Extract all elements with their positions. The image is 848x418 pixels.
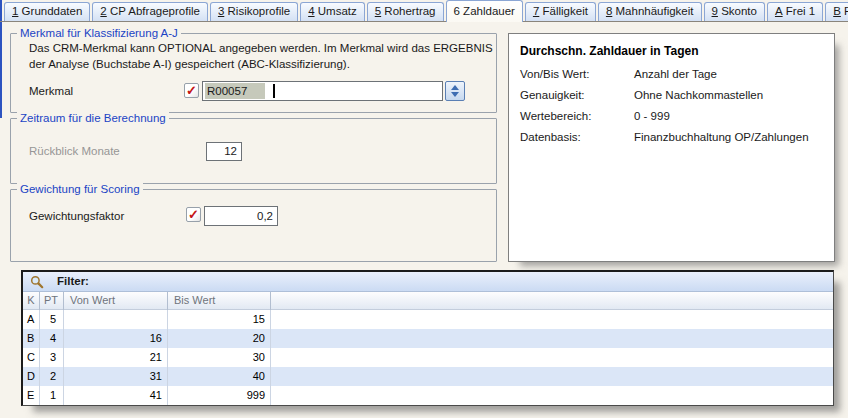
tab-label: Fälligkeit — [543, 5, 588, 17]
info-panel-title: Durchschn. Zahldauer in Tagen — [520, 44, 698, 58]
merkmal-description-line2: der Analyse (Buchstabe A-I) gespeichert … — [29, 58, 350, 70]
spinner-down-icon[interactable] — [451, 92, 459, 97]
tab-label: Umsatz — [318, 5, 357, 17]
column-header-pt[interactable]: PT — [40, 292, 64, 310]
tab-zahldauer-active[interactable]: 6 Zahldauer — [446, 0, 523, 22]
cell-k: D — [23, 367, 40, 386]
tab-accelerator: 2 — [100, 5, 106, 17]
spinner-up-icon[interactable] — [451, 85, 459, 90]
info-label-wertebereich: Wertebereich: — [520, 110, 591, 122]
tab-label: Rohertrag — [384, 5, 435, 17]
tab-accelerator: 5 — [375, 5, 381, 17]
cell-von-wert: 16 — [64, 329, 168, 348]
cell-von-wert: 41 — [64, 386, 168, 405]
cell-pt: 1 — [40, 386, 64, 405]
info-value-wertebereich: 0 - 999 — [634, 110, 670, 122]
cell-k: E — [23, 386, 40, 405]
info-label-datenbasis: Datenbasis: — [520, 131, 581, 143]
cell-filler — [271, 348, 833, 367]
tab-rohertrag[interactable]: 5 Rohertrag — [367, 2, 444, 21]
table-row[interactable]: D 2 31 40 — [23, 367, 833, 386]
merkmal-selected-text: R00057 — [205, 83, 265, 99]
cell-filler — [271, 367, 833, 386]
tab-faelligkeit[interactable]: 7 Fälligkeit — [525, 2, 596, 21]
info-value-genauigkeit: Ohne Nachkommastellen — [634, 89, 763, 101]
groupbox-zeitraum: Zeitraum für die Berechnung Rückblick Mo… — [10, 118, 497, 184]
check-icon: ✓ — [186, 83, 197, 98]
merkmal-input[interactable]: R00057 — [202, 81, 443, 101]
tab-label: Zahldauer — [463, 5, 515, 17]
info-value-von-bis: Anzahl der Tage — [634, 68, 717, 80]
cell-bis-wert: 999 — [168, 386, 271, 405]
text-caret — [273, 84, 275, 98]
table-row[interactable]: B 4 16 20 — [23, 329, 833, 348]
cell-filler — [271, 310, 833, 329]
tab-grunddaten[interactable]: 1 Grunddaten — [4, 2, 90, 21]
rueckblick-monate-input[interactable]: 12 — [206, 142, 242, 161]
filter-label: Filter: — [57, 275, 89, 287]
tab-frei-2[interactable]: B Frei 2 — [825, 2, 848, 21]
tab-accelerator: 1 — [12, 5, 18, 17]
cell-k: A — [23, 310, 40, 329]
cell-k: C — [23, 348, 40, 367]
gewichtungsfaktor-input[interactable]: 0,2 — [204, 206, 278, 226]
column-header-bis-wert[interactable]: Bis Wert — [168, 292, 271, 310]
groupbox-merkmal-title: Merkmal für Klassifizierung A-J — [17, 26, 181, 40]
info-label-von-bis: Von/Bis Wert: — [520, 68, 589, 80]
cell-pt: 5 — [40, 310, 64, 329]
tab-risikoprofile[interactable]: 3 Risikoprofile — [210, 2, 298, 21]
tab-cp-abfrageprofile[interactable]: 2 CP Abfrageprofile — [92, 2, 208, 21]
cell-pt: 4 — [40, 329, 64, 348]
groupbox-gewichtung: Gewichtung für Scoring Gewichtungsfaktor… — [10, 189, 497, 262]
merkmal-label: Merkmal — [29, 85, 73, 97]
tab-bar: 1 Grunddaten 2 CP Abfrageprofile 3 Risik… — [2, 0, 848, 22]
info-label-genauigkeit: Genauigkeit: — [520, 89, 585, 101]
cell-bis-wert: 20 — [168, 329, 271, 348]
merkmal-spinner[interactable] — [445, 81, 465, 101]
table-row[interactable]: A 5 15 — [23, 310, 833, 329]
cell-bis-wert: 15 — [168, 310, 271, 329]
cell-pt: 3 — [40, 348, 64, 367]
cell-von-wert: 21 — [64, 348, 168, 367]
tab-label: Frei 1 — [786, 5, 815, 17]
groupbox-merkmal: Merkmal für Klassifizierung A-J Das CRM-… — [10, 33, 497, 113]
table-row[interactable]: C 3 21 30 — [23, 348, 833, 367]
tab-frei-1[interactable]: A Frei 1 — [767, 2, 823, 21]
tab-label: Frei 2 — [844, 5, 848, 17]
column-header-von-wert[interactable]: Von Wert — [64, 292, 168, 310]
info-panel-zahldauer: Durchschn. Zahldauer in Tagen Von/Bis We… — [508, 33, 835, 262]
tab-accelerator: B — [833, 5, 841, 17]
tab-label: Mahnhäufigkeit — [616, 5, 694, 17]
tab-skonto[interactable]: 9 Skonto — [704, 2, 765, 21]
classification-table-panel: Filter: K PT Von Wert Bis Wert A 5 15 B … — [21, 270, 834, 406]
tab-accelerator: A — [775, 5, 783, 17]
tab-accelerator: 4 — [308, 5, 314, 17]
merkmal-checkbox[interactable]: ✓ — [184, 83, 199, 98]
tab-umsatz[interactable]: 4 Umsatz — [300, 2, 365, 21]
tab-mahnhaeufigkeit[interactable]: 8 Mahnhäufigkeit — [598, 2, 702, 21]
cell-von-wert — [64, 310, 168, 329]
info-value-datenbasis: Finanzbuchhaltung OP/Zahlungen — [634, 131, 809, 143]
groupbox-gewichtung-title: Gewichtung für Scoring — [17, 182, 143, 196]
cell-von-wert: 31 — [64, 367, 168, 386]
tab-label: Risikoprofile — [228, 5, 291, 17]
table-row[interactable]: E 1 41 999 — [23, 386, 833, 405]
merkmal-description-line1: Das CRM-Merkmal kann OPTIONAL angegeben … — [29, 42, 493, 54]
column-header-k[interactable]: K — [23, 292, 40, 310]
cell-bis-wert: 30 — [168, 348, 271, 367]
cell-filler — [271, 329, 833, 348]
tab-accelerator: 6 — [454, 5, 460, 17]
tab-label: Grunddaten — [22, 5, 83, 17]
column-header-filler — [271, 292, 833, 310]
gewichtungsfaktor-checkbox[interactable]: ✓ — [186, 207, 201, 222]
search-icon — [30, 275, 44, 289]
rueckblick-monate-label: Rückblick Monate — [29, 145, 120, 157]
cell-k: B — [23, 329, 40, 348]
groupbox-zeitraum-title: Zeitraum für die Berechnung — [17, 111, 169, 125]
check-icon: ✓ — [188, 207, 199, 222]
gewichtungsfaktor-label: Gewichtungsfaktor — [29, 210, 124, 222]
tab-label: CP Abfrageprofile — [110, 5, 200, 17]
cell-bis-wert: 40 — [168, 367, 271, 386]
filter-bar[interactable]: Filter: — [23, 272, 833, 292]
tab-accelerator: 7 — [533, 5, 539, 17]
